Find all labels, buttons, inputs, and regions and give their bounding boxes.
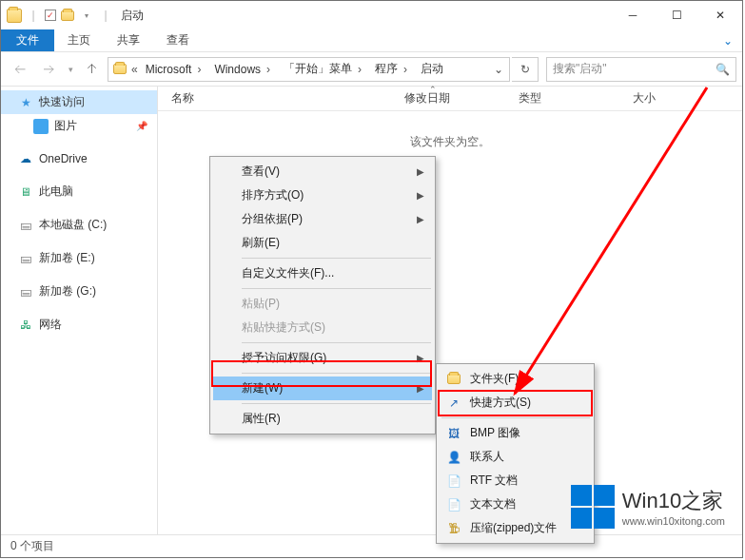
maximize-button[interactable]: ☐ (655, 1, 698, 29)
sidebar-item-drive-e[interactable]: 🖴 新加卷 (E:) (1, 246, 157, 270)
breadcrumb-seg-2[interactable]: 「开始」菜单› (278, 58, 369, 81)
breadcrumb-seg-3[interactable]: 程序› (369, 58, 415, 81)
ctx-view[interactable]: 查看(V)▶ (213, 160, 432, 183)
rtf-icon: 📄 (445, 473, 462, 490)
nav-up-button[interactable]: 🡡 (79, 56, 106, 83)
window-title: 启动 (121, 8, 144, 24)
breadcrumb-seg-0[interactable]: Microsoft› (140, 58, 209, 81)
ctx-sort[interactable]: 排序方式(O)▶ (213, 183, 432, 207)
bmp-icon: 🖼 (445, 425, 462, 442)
watermark-url: www.win10xitong.com (622, 515, 725, 527)
ctx-paste: 粘贴(P) (213, 292, 432, 316)
column-type[interactable]: 类型 (505, 90, 619, 106)
navigation-pane: ★ 快速访问 图片 📌 ☁ OneDrive 🖥 此电脑 🖴 本地磁盘 (C: (1, 87, 158, 534)
breadcrumb-folder-icon[interactable] (110, 64, 129, 74)
close-button[interactable]: ✕ (698, 1, 742, 29)
ctx-new-bmp[interactable]: 🖼BMP 图像 (440, 421, 591, 445)
pictures-icon (33, 119, 49, 134)
column-date[interactable]: 修改日期 (391, 90, 505, 106)
onedrive-icon: ☁ (18, 151, 33, 166)
empty-folder-message: 该文件夹为空。 (158, 134, 742, 150)
watermark: Win10之家 www.win10xitong.com (571, 485, 725, 529)
column-headers: ⌃ 名称 修改日期 类型 大小 (158, 87, 742, 111)
ctx-new[interactable]: 新建(W)▶ (213, 377, 432, 400)
ctx-new-folder[interactable]: 文件夹(F) (440, 367, 591, 391)
ctx-new-txt[interactable]: 📄文本文档 (440, 492, 591, 516)
pin-icon: 📌 (136, 121, 147, 131)
sidebar-item-drive-g[interactable]: 🖴 新加卷 (G:) (1, 280, 157, 303)
qat-checkbox-icon[interactable]: ✓ (45, 10, 56, 21)
tab-view[interactable]: 查看 (153, 29, 203, 51)
nav-history-dropdown[interactable]: ▾ (64, 56, 77, 83)
zip-icon: 🗜 (445, 520, 462, 537)
ctx-refresh[interactable]: 刷新(E) (213, 231, 432, 255)
network-icon: 🖧 (18, 318, 33, 333)
address-dropdown[interactable]: ⌄ (488, 63, 507, 76)
txt-icon: 📄 (445, 496, 462, 513)
thispc-icon: 🖥 (18, 184, 33, 200)
qat-folder-icon[interactable] (60, 8, 75, 23)
sidebar-item-drive-c[interactable]: 🖴 本地磁盘 (C:) (1, 213, 157, 237)
breadcrumb-seg-1[interactable]: Windows› (208, 58, 278, 81)
chevron-right-icon: ▶ (417, 383, 424, 394)
ribbon-expand-button[interactable]: ⌄ (714, 29, 742, 51)
qat-dropdown-icon[interactable]: ▾ (79, 8, 94, 23)
drive-icon: 🖴 (18, 251, 33, 266)
ctx-new-zip[interactable]: 🗜压缩(zipped)文件 (440, 516, 591, 540)
shortcut-icon: ↗ (445, 395, 462, 412)
ctx-new-rtf[interactable]: 📄RTF 文档 (440, 469, 591, 492)
context-separator (242, 288, 431, 289)
nav-forward-button: 🡢 (35, 56, 62, 83)
ctx-customize[interactable]: 自定义文件夹(F)... (213, 261, 432, 285)
context-separator (441, 417, 590, 418)
context-separator (242, 258, 431, 259)
sidebar-item-onedrive[interactable]: ☁ OneDrive (1, 147, 157, 170)
sidebar-item-quick-access[interactable]: ★ 快速访问 (1, 90, 157, 114)
chevron-right-icon: ▶ (417, 190, 424, 201)
sidebar-item-pictures[interactable]: 图片 📌 (1, 114, 157, 138)
chevron-right-icon: ▶ (417, 214, 424, 224)
breadcrumb-seg-4[interactable]: 启动 (415, 58, 449, 81)
ctx-paste-shortcut: 粘贴快捷方式(S) (213, 316, 432, 339)
context-separator (242, 342, 431, 343)
address-bar[interactable]: « Microsoft› Windows› 「开始」菜单› 程序› 启动 ⌄ (108, 57, 510, 82)
tab-home[interactable]: 主页 (54, 29, 104, 51)
context-menu-main: 查看(V)▶ 排序方式(O)▶ 分组依据(P)▶ 刷新(E) 自定义文件夹(F)… (209, 156, 436, 434)
drive-icon: 🖴 (18, 218, 33, 233)
sidebar-item-network[interactable]: 🖧 网络 (1, 313, 157, 337)
context-separator (242, 403, 431, 404)
drive-icon: 🖴 (18, 284, 33, 299)
status-item-count: 0 个项目 (10, 538, 54, 554)
ctx-new-contact[interactable]: 👤联系人 (440, 445, 591, 469)
windows-logo-icon (571, 485, 615, 529)
folder-app-icon (7, 8, 22, 23)
tab-share[interactable]: 共享 (104, 29, 153, 51)
ctx-properties[interactable]: 属性(R) (213, 407, 432, 431)
search-input[interactable]: 搜索"启动" 🔍 (546, 57, 736, 82)
sidebar-item-thispc[interactable]: 🖥 此电脑 (1, 180, 157, 203)
refresh-button[interactable]: ↻ (512, 57, 539, 82)
qat-separator2: | (98, 8, 113, 23)
watermark-brand: Win10 (622, 489, 681, 512)
context-separator (242, 373, 431, 374)
ctx-grant-access[interactable]: 授予访问权限(G)▶ (213, 346, 432, 370)
breadcrumb-root-chevron[interactable]: « (129, 63, 140, 76)
ctx-group[interactable]: 分组依据(P)▶ (213, 207, 432, 231)
folder-icon (445, 371, 462, 388)
file-tab[interactable]: 文件 (1, 29, 54, 51)
minimize-button[interactable]: ─ (611, 1, 655, 29)
qat-separator: | (26, 8, 41, 23)
column-size[interactable]: 大小 (619, 90, 742, 106)
chevron-right-icon: ▶ (417, 353, 424, 363)
ctx-new-shortcut[interactable]: ↗快捷方式(S) (440, 391, 591, 415)
star-icon: ★ (18, 95, 33, 110)
contact-icon: 👤 (445, 449, 462, 466)
chevron-right-icon: ▶ (417, 166, 424, 177)
nav-back-button[interactable]: 🡠 (7, 56, 33, 83)
watermark-suffix: 之家 (681, 489, 723, 512)
column-name[interactable]: 名称 (158, 90, 391, 106)
search-icon[interactable]: 🔍 (716, 63, 730, 76)
sort-indicator-icon: ⌃ (429, 85, 437, 94)
search-placeholder: 搜索"启动" (553, 61, 607, 77)
status-bar: 0 个项目 (1, 534, 742, 557)
